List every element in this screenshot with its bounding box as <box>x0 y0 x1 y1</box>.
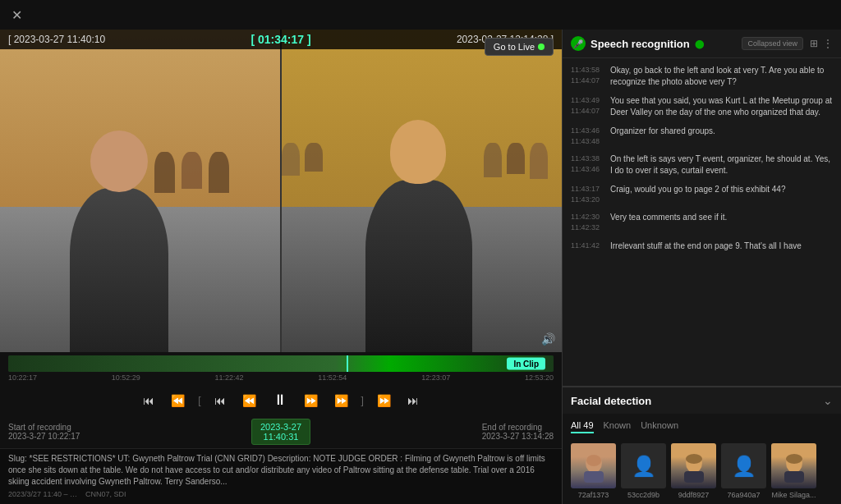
recording-current-time: 2023-3-27 11:40:31 <box>251 419 310 445</box>
live-indicator <box>538 44 545 50</box>
transcript-entry: 11:41:42 Irrelevant stuff at the end on … <box>563 237 841 256</box>
bracket-left: [ <box>198 395 200 406</box>
timeline-section: In Clip 10:22:17 10:52:29 11:22:42 11:52… <box>0 352 562 385</box>
transcript-text: Very tea comments and see if it. <box>610 212 833 232</box>
frame-forward-button[interactable]: ⏩ <box>331 392 352 409</box>
speech-icon: 🎤 <box>571 36 586 51</box>
transcript-entry: 11:42:30 11:42:32 Very tea comments and … <box>563 208 841 236</box>
face-card[interactable]: Mike Silaga... <box>771 443 816 499</box>
volume-icon[interactable]: 🔊 <box>541 332 555 346</box>
video-header: [ 2023-03-27 11:40:10 [ 01:34:17 ] 2023-… <box>0 30 562 49</box>
transcript-text: Craig, would you go to page 2 of this ex… <box>610 184 833 204</box>
speech-transcript[interactable]: 11:43:58 11:44:07 Okay, go back to the l… <box>563 58 841 386</box>
speech-section: 🎤 Speech recognition ⬤ Collapsed view ⊞ … <box>563 30 841 387</box>
slug-source: 2023/3/27 11:40 – … CNN07, SDI <box>8 489 554 500</box>
transcript-time: 11:43:38 11:43:46 <box>571 153 604 176</box>
court-scene-right <box>282 30 562 352</box>
facial-header[interactable]: Facial detection ⌄ <box>563 387 841 414</box>
transcript-entry: 11:43:58 11:44:07 Okay, go back to the l… <box>563 62 841 92</box>
face-image <box>571 443 616 488</box>
chevron-down-icon: ⌄ <box>823 394 833 407</box>
close-button[interactable]: ✕ <box>8 7 25 23</box>
face-image: 👤 <box>621 443 666 488</box>
svg-rect-7 <box>784 471 804 483</box>
transcript-time: 11:42:30 11:42:32 <box>571 212 604 232</box>
transcript-text: On the left is says very T event, organi… <box>610 153 833 176</box>
face-image <box>671 443 716 488</box>
timestamp-center: [ 01:34:17 ] <box>250 33 310 46</box>
face-card[interactable]: 72af1373 <box>571 443 616 499</box>
svg-point-2 <box>586 455 601 466</box>
svg-rect-1 <box>584 471 604 483</box>
transcript-text: Irrelevant stuff at the end on page 9. T… <box>610 241 833 252</box>
face-image: 👤 <box>721 443 766 488</box>
face-label: Mike Silaga... <box>771 491 816 499</box>
filter-tab[interactable]: All 49 <box>571 419 594 433</box>
video-container: Go to Live 🔊 <box>0 30 562 352</box>
transcript-text: Okay, go back to the left and look at ve… <box>610 65 833 88</box>
facial-filter-tabs: All 49KnownUnknown <box>563 414 841 438</box>
timeline-progress <box>8 355 554 372</box>
svg-rect-4 <box>684 471 704 483</box>
right-panel: 🎤 Speech recognition ⬤ Collapsed view ⊞ … <box>562 30 841 504</box>
transcript-time: 11:43:17 11:43:20 <box>571 184 604 204</box>
svg-point-5 <box>686 454 702 464</box>
facial-results: 72af1373 👤 53cc2d9b 9ddf8927 👤 76a940a7 … <box>563 438 841 504</box>
timeline-cursor <box>347 355 348 372</box>
filter-tab[interactable]: Known <box>604 419 632 433</box>
skip-to-end-button[interactable]: ⏭ <box>404 392 422 409</box>
transcript-text: You see that you said, you was Kurt L at… <box>610 95 833 118</box>
transcript-entry: 11:43:46 11:43:48 Organizer for shared g… <box>563 122 841 150</box>
face-label: 76a940a7 <box>727 491 760 499</box>
facial-section: Facial detection ⌄ All 49KnownUnknown 72… <box>563 387 841 504</box>
facial-title: Facial detection <box>571 395 651 407</box>
speech-header-right: Collapsed view ⊞ ⋮ <box>742 37 833 50</box>
timestamp-left: [ 2023-03-27 11:40:10 <box>8 34 105 45</box>
transcript-text: Organizer for shared groups. <box>610 126 833 146</box>
face-card[interactable]: 9ddf8927 <box>671 443 716 499</box>
slug-bar: Slug: *SEE RESTRICTIONS* UT: Gwyneth Pal… <box>0 448 562 504</box>
face-label: 53cc2d9b <box>627 491 659 499</box>
fast-forward-button[interactable]: ⏩ <box>374 392 394 409</box>
speech-title: 🎤 Speech recognition ⬤ <box>571 36 704 51</box>
panel-icons: ⊞ ⋮ <box>810 38 833 49</box>
slug-text: Slug: *SEE RESTRICTIONS* UT: Gwyneth Pal… <box>8 453 554 488</box>
timeline-labels: 10:22:17 10:52:29 11:22:42 11:52:54 12:2… <box>8 373 554 382</box>
svg-point-8 <box>786 454 802 464</box>
transcript-time: 11:43:46 11:43:48 <box>571 126 604 146</box>
bracket-right: ] <box>361 395 364 406</box>
transcript-entry: 11:43:38 11:43:46 On the left is says ve… <box>563 150 841 181</box>
video-pane-left <box>0 30 280 352</box>
grid-icon[interactable]: ⊞ <box>810 38 818 49</box>
transcript-time: 11:41:42 <box>571 241 604 252</box>
transcript-entry: 11:43:49 11:44:07 You see that you said,… <box>563 92 841 122</box>
timeline-bar[interactable]: In Clip <box>8 355 554 372</box>
video-pane-right: Go to Live 🔊 <box>280 30 562 352</box>
transcript-entry: 11:43:17 11:43:20 Craig, would you go to… <box>563 181 841 208</box>
video-section: [ 2023-03-27 11:40:10 [ 01:34:17 ] 2023-… <box>0 30 562 504</box>
face-label: 9ddf8927 <box>678 491 710 499</box>
face-label: 72af1373 <box>578 491 609 499</box>
go-to-live-button[interactable]: Go to Live <box>485 38 554 56</box>
slow-rewind-button[interactable]: ⏪ <box>239 392 260 409</box>
playback-controls: ⏮ ⏪ [ ⏮ ⏪ ⏸ ⏩ ⏩ ] ⏩ ⏭ <box>0 385 562 415</box>
face-image <box>771 443 816 488</box>
speech-header: 🎤 Speech recognition ⬤ Collapsed view ⊞ … <box>563 30 841 58</box>
pause-button[interactable]: ⏸ <box>269 390 291 410</box>
face-card[interactable]: 👤 76a940a7 <box>721 443 766 499</box>
main-layout: [ 2023-03-27 11:40:10 [ 01:34:17 ] 2023-… <box>0 30 841 504</box>
slow-forward-button[interactable]: ⏩ <box>301 392 321 409</box>
frame-back-button[interactable]: ⏮ <box>211 392 229 409</box>
filter-tab[interactable]: Unknown <box>641 419 678 433</box>
clip-button[interactable]: In Clip <box>507 358 545 370</box>
skip-to-start-button[interactable]: ⏮ <box>140 392 158 409</box>
more-options-icon[interactable]: ⋮ <box>823 38 833 49</box>
rewind-button[interactable]: ⏪ <box>168 392 188 409</box>
face-card[interactable]: 👤 53cc2d9b <box>621 443 666 499</box>
court-scene-left <box>0 30 280 352</box>
top-bar: ✕ <box>0 0 841 30</box>
collapsed-view-button[interactable]: Collapsed view <box>742 37 803 50</box>
recording-start: Start of recording 2023-3-27 10:22:17 <box>8 423 80 441</box>
transcript-time: 11:43:49 11:44:07 <box>571 95 604 118</box>
recording-info: Start of recording 2023-3-27 10:22:17 20… <box>0 415 562 448</box>
